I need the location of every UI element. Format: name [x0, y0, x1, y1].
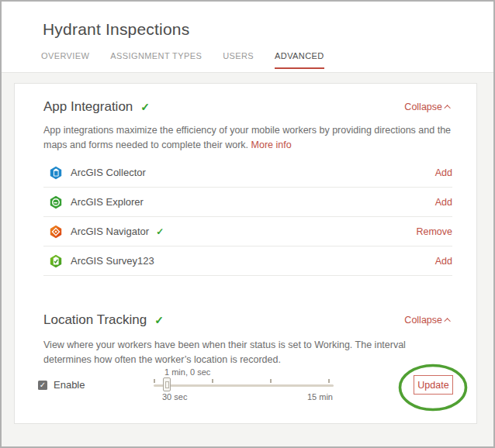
update-button[interactable]: Update — [414, 375, 453, 395]
chevron-up-icon — [444, 105, 450, 111]
tab-assignment-types[interactable]: ASSIGNMENT TYPES — [110, 51, 202, 69]
description-text: View where your workers have been when t… — [43, 339, 406, 365]
arcgis-navigator-icon — [49, 225, 63, 239]
add-collector-link[interactable]: Add — [435, 167, 452, 178]
slider-track[interactable] — [154, 384, 334, 387]
collapse-label: Collapse — [404, 315, 442, 326]
enable-label: Enable — [54, 379, 85, 391]
app-name: ArcGIS Survey123 — [71, 255, 154, 267]
enable-tracking-control: ✓ Enable — [38, 379, 85, 391]
app-name: ArcGIS Collector — [71, 167, 146, 178]
settings-card: App Integration ✓ Collapse App integrati… — [14, 83, 477, 424]
location-tracking-check-icon: ✓ — [154, 314, 164, 326]
tab-bar: OVERVIEW ASSIGNMENT TYPES USERS ADVANCED — [41, 51, 324, 69]
slider-tick — [270, 379, 272, 383]
app-integration-header: App Integration ✓ Collapse — [43, 99, 451, 115]
slider-tick — [212, 379, 213, 383]
chevron-up-icon — [444, 318, 450, 324]
app-row-survey123: ArcGIS Survey123 Add — [43, 246, 452, 276]
app-integration-description: App integrations maximize the efficiency… — [43, 123, 456, 152]
slider-tick — [328, 379, 330, 383]
add-survey123-link[interactable]: Add — [435, 256, 452, 267]
app-row-explorer: ArcGIS Explorer Add — [43, 188, 452, 217]
slider-current-value: 1 min, 0 sec — [164, 367, 210, 377]
page-title: Hydrant Inspections — [43, 20, 189, 39]
location-tracking-title: Location Tracking — [43, 312, 147, 328]
app-integration-collapse-button[interactable]: Collapse — [404, 102, 451, 112]
add-explorer-link[interactable]: Add — [435, 197, 452, 208]
app-window: Hydrant Inspections OVERVIEW ASSIGNMENT … — [0, 0, 495, 448]
slider-min-label: 30 sec — [162, 392, 187, 401]
slider-max-label: 15 min — [307, 392, 333, 401]
tab-users[interactable]: USERS — [223, 51, 254, 69]
app-name: ArcGIS Navigator — [71, 226, 149, 237]
remove-navigator-link[interactable]: Remove — [416, 226, 452, 237]
tab-overview[interactable]: OVERVIEW — [41, 51, 89, 69]
arcgis-survey123-icon — [49, 254, 63, 268]
app-integration-check-icon: ✓ — [140, 101, 150, 113]
tracking-interval-slider: 1 min, 0 sec 30 sec 15 min — [154, 367, 334, 403]
content-area: App Integration ✓ Collapse App integrati… — [2, 72, 493, 446]
location-tracking-description: View where your workers have been when t… — [43, 338, 456, 367]
more-info-link[interactable]: More info — [251, 140, 292, 150]
tab-advanced[interactable]: ADVANCED — [275, 51, 324, 69]
location-tracking-collapse-button[interactable]: Collapse — [404, 315, 451, 326]
app-name: ArcGIS Explorer — [71, 196, 144, 208]
page-header: Hydrant Inspections OVERVIEW ASSIGNMENT … — [2, 2, 493, 72]
location-tracking-header: Location Tracking ✓ Collapse — [43, 312, 451, 328]
app-row-navigator: ArcGIS Navigator ✓ Remove — [43, 217, 452, 246]
description-text: App integrations maximize the efficiency… — [43, 125, 451, 150]
slider-handle[interactable] — [163, 377, 171, 391]
app-integration-list: ArcGIS Collector Add ArcGIS Explorer Add — [43, 158, 452, 276]
slider-tick — [154, 379, 155, 383]
arcgis-collector-icon — [49, 166, 63, 180]
collapse-label: Collapse — [404, 102, 442, 112]
app-integration-title: App Integration — [43, 99, 133, 115]
arcgis-explorer-icon — [49, 195, 63, 209]
navigator-enabled-check-icon: ✓ — [156, 226, 164, 237]
enable-checkbox[interactable]: ✓ — [38, 381, 47, 390]
app-row-collector: ArcGIS Collector Add — [43, 158, 452, 188]
